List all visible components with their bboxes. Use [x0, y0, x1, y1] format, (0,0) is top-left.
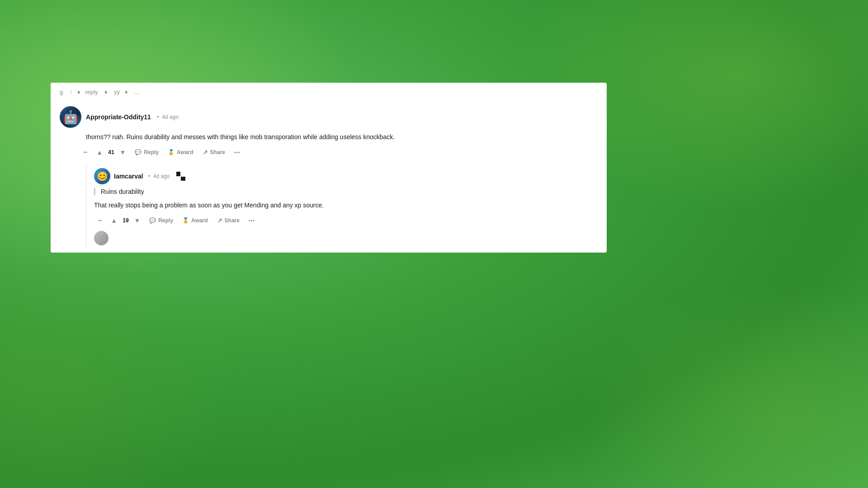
reply-1-body: That really stops being a problem as soo…	[94, 201, 598, 210]
reply-upvote-icon	[111, 217, 117, 224]
comment-1-body: thorns?? nah. Ruins durability and messe…	[86, 132, 598, 142]
flair-minecraft-icon	[176, 172, 185, 181]
partial-comment: g ↑ ♦ reply ♦ yy ♦ ...	[51, 83, 607, 99]
reply-1-award-button[interactable]: Award	[179, 215, 211, 226]
comment-1-award-button[interactable]: Award	[164, 146, 197, 158]
timestamp-iamcarval: • 4d ago	[147, 173, 170, 179]
reply-downvote-icon	[134, 217, 141, 224]
username-appropriate-oddity11: Appropriate-Oddity11	[86, 113, 151, 121]
reply-1-reply-button[interactable]: Reply	[146, 215, 177, 226]
comment-1-more-button[interactable]	[231, 147, 244, 158]
comment-1-share-button[interactable]: Share	[199, 146, 229, 159]
reply-1-collapse-button[interactable]	[94, 214, 105, 227]
reply-1-action-bar: 19 Reply Award	[94, 214, 598, 227]
more-icon-1	[234, 150, 241, 155]
comment-1-upvote-button[interactable]	[93, 146, 106, 159]
upvote-icon	[96, 149, 103, 156]
reply-1-share-button[interactable]: Share	[213, 214, 243, 227]
reply-collapse-icon	[98, 216, 102, 225]
comment-1-action-bar: 41 Reply Award Share	[80, 145, 598, 159]
reply-award-icon	[182, 217, 189, 224]
reply-1-container: Iamcarval • 4d ago Ruins durability That…	[86, 163, 598, 249]
reply-1-header: Iamcarval • 4d ago	[94, 168, 598, 184]
share-icon-1	[203, 149, 208, 156]
comment-1-vote-count: 41	[108, 149, 114, 155]
username-iamcarval: Iamcarval	[114, 173, 143, 180]
reply-1-downvote-button[interactable]	[131, 214, 144, 227]
reply-share-icon	[217, 217, 222, 224]
content-card: g ↑ ♦ reply ♦ yy ♦ ... Appropriate-Oddit…	[51, 83, 607, 253]
flair-badge	[176, 172, 185, 181]
comment-1: Appropriate-Oddity11 • 4d ago thorns?? n…	[51, 99, 607, 253]
reply-reply-icon	[149, 217, 156, 224]
award-icon-1	[168, 149, 175, 155]
comment-1-downvote-button[interactable]	[116, 146, 130, 159]
reply-1-vote-count: 19	[123, 217, 128, 224]
next-comment-partial	[94, 231, 598, 245]
avatar-iamcarval	[94, 168, 110, 184]
reply-more-icon	[249, 218, 255, 223]
timestamp-appropriate-oddity11: • 4d ago	[156, 114, 179, 120]
reply-1-upvote-button[interactable]	[107, 214, 121, 227]
comment-1-collapse-button[interactable]	[80, 145, 91, 159]
reply-1-blockquote: Ruins durability	[94, 188, 598, 195]
reply-icon-1	[135, 149, 142, 155]
avatar-appropriate-oddity11	[60, 106, 81, 128]
next-avatar-partial	[94, 231, 108, 245]
reply-1: Iamcarval • 4d ago Ruins durability That…	[94, 163, 598, 249]
comment-1-reply-button[interactable]: Reply	[131, 146, 162, 158]
downvote-icon	[120, 149, 126, 156]
collapse-icon	[83, 148, 87, 156]
reply-1-more-button[interactable]	[245, 216, 259, 226]
comment-1-header: Appropriate-Oddity11 • 4d ago	[60, 106, 598, 128]
